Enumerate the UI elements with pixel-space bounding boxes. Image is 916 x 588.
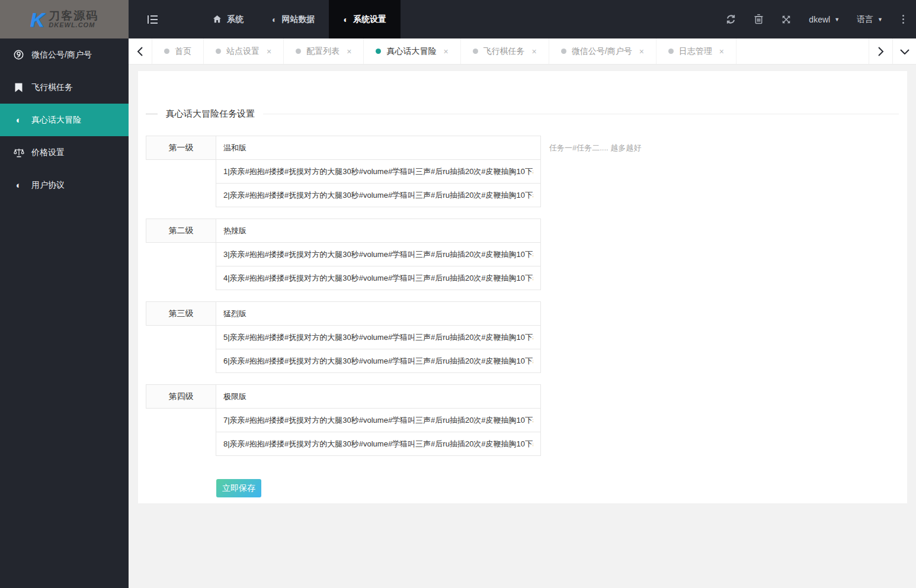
close-icon[interactable]: × xyxy=(267,47,271,56)
task-list-input[interactable] xyxy=(216,159,541,184)
sidebar-item-wechat-account[interactable]: 微信公号/商户号 xyxy=(0,38,129,71)
sidebar-item-price-settings[interactable]: 价格设置 xyxy=(0,136,129,169)
task-settings-form: 第一级 任务一#任务二.... 越多越好 第二级 xyxy=(146,136,907,497)
level-label: 第二级 xyxy=(146,219,216,243)
logo-domain: DKEWL.COM xyxy=(49,22,98,29)
user-name: dkewl xyxy=(809,15,830,24)
topnav-item-site-data[interactable]: ◐ 网站数据 xyxy=(258,0,329,38)
level-label: 第三级 xyxy=(146,301,216,326)
tab-truth-or-dare[interactable]: 真心话大冒险 × xyxy=(364,38,460,64)
sidebar-item-label: 价格设置 xyxy=(31,147,65,158)
language-label: 语言 xyxy=(857,14,873,25)
half-circle-icon: ◐ xyxy=(13,115,24,124)
tab-home[interactable]: 首页 xyxy=(152,38,204,64)
sidebar-item-truth-or-dare[interactable]: ◐ 真心话大冒险 xyxy=(0,104,129,136)
menu-toggle-button[interactable] xyxy=(129,0,177,38)
language-menu[interactable]: 语言 ▼ xyxy=(857,14,883,25)
tab-label: 配置列表 xyxy=(306,46,340,57)
tabs-scroll-right-button[interactable] xyxy=(869,38,892,64)
tabs-scroll-left-button[interactable] xyxy=(129,38,152,64)
logo-brand: 刀客源码 xyxy=(49,10,98,22)
close-icon[interactable]: × xyxy=(347,47,351,56)
home-icon xyxy=(212,14,222,25)
task-format-hint: 任务一#任务二.... 越多越好 xyxy=(549,143,641,153)
sidebar-item-label: 用户协议 xyxy=(31,180,65,191)
close-icon[interactable]: × xyxy=(719,47,724,56)
top-nav: 系统 ◐ 网站数据 ◐ 系统设置 xyxy=(129,0,401,38)
tab-flight-chess-tasks[interactable]: 飞行棋任务 × xyxy=(461,38,549,64)
task-list-input[interactable] xyxy=(216,242,541,266)
task-group-level-4: 第四级 xyxy=(146,384,907,456)
version-name-input[interactable] xyxy=(216,384,541,409)
tab-label: 飞行棋任务 xyxy=(483,46,525,57)
tab-dot xyxy=(216,49,221,54)
task-list-input[interactable] xyxy=(216,408,541,432)
task-list-input[interactable] xyxy=(216,349,541,373)
half-circle-icon: ◐ xyxy=(13,181,24,189)
page-title: 真心话大冒险任务设置 xyxy=(166,108,255,120)
task-group-level-2: 第二级 xyxy=(146,219,907,290)
tab-log-management[interactable]: 日志管理 × xyxy=(656,38,736,64)
sidebar-item-label: 微信公号/商户号 xyxy=(31,50,92,60)
level-label: 第四级 xyxy=(146,384,216,409)
user-menu[interactable]: dkewl ▼ xyxy=(809,15,840,24)
tab-dot xyxy=(296,49,301,54)
tab-label: 真心话大冒险 xyxy=(386,46,436,57)
scales-icon xyxy=(13,148,24,158)
sidebar-item-user-agreement[interactable]: ◐ 用户协议 xyxy=(0,169,129,201)
more-options-icon[interactable] xyxy=(900,15,907,24)
topnav-item-label: 网站数据 xyxy=(281,14,315,25)
content-panel: 真心话大冒险任务设置 第一级 任务一#任务二.... 越多越好 xyxy=(138,71,907,503)
panel-title-row: 真心话大冒险任务设置 xyxy=(146,71,899,120)
sidebar-item-flight-chess-tasks[interactable]: 飞行棋任务 xyxy=(0,71,129,104)
task-group-level-3: 第三级 xyxy=(146,301,907,373)
tabbar-spacer xyxy=(736,38,869,64)
logo: K 刀客源码 DKEWL.COM xyxy=(0,0,129,38)
task-list-input[interactable] xyxy=(216,325,541,349)
tab-dot xyxy=(561,49,566,54)
sidebar-item-label: 真心话大冒险 xyxy=(31,115,81,126)
task-list-input[interactable] xyxy=(216,183,541,207)
refresh-icon[interactable] xyxy=(725,14,736,25)
bookmark-icon xyxy=(13,83,24,92)
version-name-input[interactable] xyxy=(216,301,541,326)
save-button[interactable]: 立即保存 xyxy=(216,479,261,497)
topbar-right: dkewl ▼ 语言 ▼ xyxy=(725,0,916,38)
topnav-item-system[interactable]: 系统 xyxy=(197,0,258,38)
level-label: 第一级 xyxy=(146,136,216,160)
sidebar: 微信公号/商户号 飞行棋任务 ◐ 真心话大冒险 xyxy=(0,38,129,588)
tab-config-list[interactable]: 配置列表 × xyxy=(284,38,364,64)
tab-dot xyxy=(376,49,381,54)
fullscreen-icon[interactable] xyxy=(781,14,792,25)
logo-mark: K xyxy=(30,9,45,30)
topnav-item-system-settings[interactable]: ◐ 系统设置 xyxy=(329,0,400,38)
tab-label: 站点设置 xyxy=(226,46,260,57)
task-list-input[interactable] xyxy=(216,432,541,456)
title-rule xyxy=(263,114,899,114)
task-list-input[interactable] xyxy=(216,266,541,290)
tab-label: 微信公号/商户号 xyxy=(572,46,632,57)
topbar: K 刀客源码 DKEWL.COM 系统 xyxy=(0,0,916,38)
tab-wechat-account[interactable]: 微信公号/商户号 × xyxy=(549,38,656,64)
tab-dot xyxy=(164,49,169,54)
chevron-down-icon: ▼ xyxy=(877,17,883,23)
chevron-down-icon: ▼ xyxy=(834,17,840,23)
title-dash xyxy=(146,114,158,114)
half-circle-icon: ◐ xyxy=(272,15,277,24)
tab-dot xyxy=(668,49,674,54)
trash-icon[interactable] xyxy=(753,14,764,25)
close-icon[interactable]: × xyxy=(443,47,448,56)
close-icon[interactable]: × xyxy=(639,47,644,56)
tab-bar: 首页 站点设置 × 配置列表 × 真心话大冒险 × 飞行棋任务 × xyxy=(129,38,916,65)
page-background: 真心话大冒险任务设置 第一级 任务一#任务二.... 越多越好 xyxy=(129,65,916,588)
version-name-input[interactable] xyxy=(216,219,541,243)
tab-label: 首页 xyxy=(175,46,191,57)
tabs-menu-button[interactable] xyxy=(892,38,916,64)
tab-site-settings[interactable]: 站点设置 × xyxy=(204,38,284,64)
menu-fold-icon xyxy=(148,14,158,25)
topnav-item-label: 系统设置 xyxy=(353,14,386,25)
close-icon[interactable]: × xyxy=(532,47,537,56)
version-name-input[interactable] xyxy=(216,136,541,160)
task-group-level-1: 第一级 任务一#任务二.... 越多越好 xyxy=(146,136,907,207)
topnav-item-label: 系统 xyxy=(227,14,244,25)
